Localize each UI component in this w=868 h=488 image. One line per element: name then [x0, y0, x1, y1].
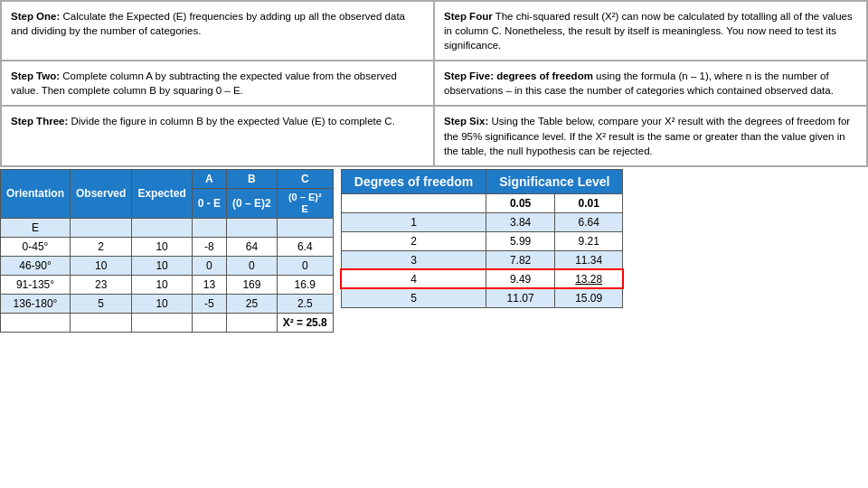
sig-v01-2: 9.21 — [554, 231, 623, 250]
sig-table: Degrees of freedom Significance Level 0.… — [341, 169, 624, 308]
step-four-text: The chi-squared result (X²) can now be c… — [444, 11, 853, 51]
sig-row-4: 4 9.49 13.28 — [341, 269, 623, 288]
sig-v01-1: 6.64 — [554, 212, 623, 231]
cell-exp-136180: 10 — [132, 295, 192, 314]
step-six-cell: Step Six: Using the Table below, compare… — [434, 106, 867, 165]
col-expected: Expected — [132, 169, 192, 218]
step-one-cell: Step One: Calculate the Expected (E) fre… — [1, 1, 434, 61]
sig-header-row: Degrees of freedom Significance Level — [341, 169, 623, 193]
cell-c-91135: 16.9 — [277, 276, 333, 295]
cell-obs-136180: 5 — [71, 295, 132, 314]
col-a-sub: 0 - E — [192, 188, 226, 218]
cell-exp-e — [132, 219, 192, 238]
sig-v05-2: 5.99 — [486, 231, 555, 250]
cell-x2-a — [192, 314, 226, 333]
sig-v01-subhdr: 0.01 — [554, 193, 623, 212]
sig-subheader-row: 0.05 0.01 — [341, 193, 623, 212]
cell-a-045: -8 — [192, 238, 226, 257]
sig-row-1: 1 3.84 6.64 — [341, 212, 623, 231]
sig-v01-5: 15.09 — [554, 288, 623, 307]
step-five-title: Step Five: — [444, 70, 494, 81]
sig-df-1: 1 — [341, 212, 486, 231]
cell-x2-b — [227, 314, 278, 333]
table-row-x2: X² = 25.8 — [1, 314, 334, 333]
cell-b-045: 64 — [227, 238, 278, 257]
cell-a-91135: 13 — [192, 276, 226, 295]
cell-orient-045: 0-45° — [1, 238, 71, 257]
step-five-cell: Step Five: degrees of freedom using the … — [434, 61, 867, 106]
step-two-cell: Step Two: Complete column A by subtracti… — [1, 61, 434, 106]
sig-v05-4: 9.49 — [486, 269, 555, 288]
cell-b-136180: 25 — [227, 295, 278, 314]
sig-col2-header: Significance Level — [486, 169, 623, 193]
step-six-text: Using the Table below, compare your X² r… — [444, 116, 850, 155]
sig-v05-subhdr: 0.05 — [486, 193, 555, 212]
cell-b-91135: 169 — [227, 276, 278, 295]
cell-obs-4690: 10 — [71, 257, 132, 276]
table-row-e: E — [1, 219, 334, 238]
sig-table-wrap: Degrees of freedom Significance Level 0.… — [341, 169, 624, 488]
step-two-text: Complete column A by subtracting the exp… — [11, 70, 397, 96]
col-b-label: B — [227, 169, 278, 188]
sig-df-subhdr — [341, 193, 486, 212]
sig-df-2: 2 — [341, 231, 486, 250]
col-c-label: C — [277, 169, 333, 188]
table-row-4690: 46-90° 10 10 0 0 0 — [1, 257, 334, 276]
cell-obs-91135: 23 — [71, 276, 132, 295]
step-five-bold: degrees of freedom — [494, 70, 593, 81]
cell-c-045: 6.4 — [277, 238, 333, 257]
step-one-text: Calculate the Expected (E) frequencies b… — [11, 11, 405, 36]
sig-v05-5: 11.07 — [486, 288, 555, 307]
step-three-cell: Step Three: Divide the figure in column … — [1, 106, 434, 165]
cell-orient-e: E — [1, 219, 71, 238]
sig-v05-3: 7.82 — [486, 250, 555, 269]
sig-df-5: 5 — [341, 288, 486, 307]
sig-row-2: 2 5.99 9.21 — [341, 231, 623, 250]
cell-orient-91135: 91-135° — [1, 276, 71, 295]
sig-v01-4: 13.28 — [554, 269, 623, 288]
cell-a-4690: 0 — [192, 257, 226, 276]
col-b-sub: (0 – E)2 — [227, 188, 278, 218]
sig-col1-header: Degrees of freedom — [341, 169, 486, 193]
cell-a-e — [192, 219, 226, 238]
page: Step One: Calculate the Expected (E) fre… — [0, 0, 868, 488]
sig-row-3: 3 7.82 11.34 — [341, 250, 623, 269]
table-row-136180: 136-180° 5 10 -5 25 2.5 — [1, 295, 334, 314]
cell-c-136180: 2.5 — [277, 295, 333, 314]
cell-c-4690: 0 — [277, 257, 333, 276]
table-row-91135: 91-135° 23 10 13 169 16.9 — [1, 276, 334, 295]
step-three-title: Step Three: — [11, 116, 68, 127]
col-observed: Observed — [71, 169, 132, 218]
cell-exp-4690: 10 — [132, 257, 192, 276]
header-row-1: Orientation Observed Expected A B C — [1, 169, 334, 188]
sig-df-3: 3 — [341, 250, 486, 269]
cell-exp-91135: 10 — [132, 276, 192, 295]
cell-obs-e — [71, 219, 132, 238]
col-a-label: A — [192, 169, 226, 188]
cell-exp-045: 10 — [132, 238, 192, 257]
cell-orient-4690: 46-90° — [1, 257, 71, 276]
main-table: Orientation Observed Expected A B C 0 - … — [0, 169, 334, 333]
step-four-cell: Step Four The chi-squared result (X²) ca… — [434, 1, 867, 61]
main-table-wrap: Orientation Observed Expected A B C 0 - … — [0, 169, 334, 488]
step-four-title: Step Four — [444, 11, 493, 22]
step-one-title: Step One: — [11, 11, 60, 22]
cell-x2-orient — [1, 314, 71, 333]
table-row-045: 0-45° 2 10 -8 64 6.4 — [1, 238, 334, 257]
step-six-title: Step Six: — [444, 116, 488, 127]
cell-a-136180: -5 — [192, 295, 226, 314]
cell-x2-exp — [132, 314, 192, 333]
step-three-text: Divide the figure in column B by the exp… — [68, 116, 395, 127]
c-sub-den: E — [302, 203, 308, 214]
sig-row-5: 5 11.07 15.09 — [341, 288, 623, 307]
c-sub-num: (0 – E)² — [288, 192, 322, 202]
cell-obs-045: 2 — [71, 238, 132, 257]
col-c-sub: (0 – E)² E — [277, 188, 333, 218]
sig-v05-1: 3.84 — [486, 212, 555, 231]
step-two-title: Step Two: — [11, 70, 60, 81]
info-grid: Step One: Calculate the Expected (E) fre… — [0, 0, 868, 167]
cell-x2-c: X² = 25.8 — [277, 314, 333, 333]
sig-v01-3: 11.34 — [554, 250, 623, 269]
sig-df-4: 4 — [341, 269, 486, 288]
cell-b-4690: 0 — [227, 257, 278, 276]
